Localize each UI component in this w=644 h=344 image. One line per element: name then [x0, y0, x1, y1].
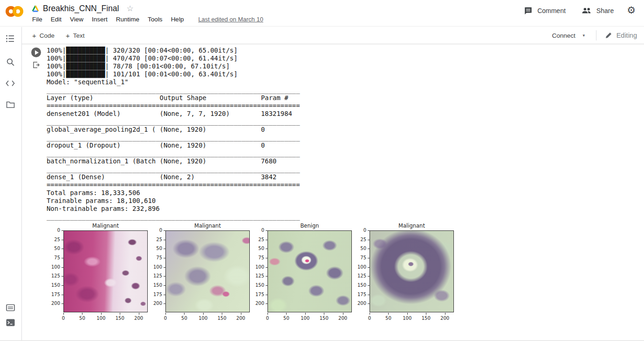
x-tick-label: 200	[336, 316, 350, 321]
x-tick-mark	[445, 313, 445, 315]
x-tick-mark	[82, 313, 82, 315]
y-tick-label: 25	[148, 237, 162, 242]
output-line: ________________________________________…	[47, 86, 300, 94]
y-tick-mark	[368, 267, 370, 268]
share-label: Share	[596, 7, 614, 14]
chevron-down-icon: ▼	[582, 34, 586, 38]
y-tick-label: 0	[352, 228, 366, 233]
y-tick-label: 175	[46, 292, 60, 297]
x-tick-mark	[184, 313, 185, 315]
y-tick-label: 150	[250, 283, 264, 288]
x-tick-mark	[203, 313, 204, 315]
y-tick-mark	[62, 285, 63, 286]
connect-button[interactable]: Connect ▼	[552, 32, 585, 39]
y-tick-label: 150	[148, 283, 162, 288]
y-tick-mark	[368, 276, 370, 277]
y-tick-label: 50	[250, 246, 264, 251]
plus-icon: +	[66, 32, 70, 40]
output-line: ________________________________________…	[47, 165, 300, 173]
y-tick-label: 100	[352, 264, 366, 270]
histology-image	[166, 231, 249, 312]
colab-logo-icon[interactable]	[6, 4, 26, 19]
output-line: ________________________________________…	[47, 149, 300, 157]
x-tick-label: 0	[363, 316, 377, 321]
notebook-title[interactable]: Breakhis_CNN_Final	[43, 4, 119, 13]
y-tick-mark	[164, 285, 165, 286]
share-button[interactable]: Share	[582, 7, 614, 14]
y-tick-mark	[62, 258, 63, 258]
y-tick-label: 175	[148, 292, 162, 297]
x-tick-label: 150	[113, 316, 127, 321]
figure-axes	[165, 230, 250, 312]
y-tick-mark	[62, 249, 63, 249]
notebook-toolbar: + Code + Text Connect ▼ Editing	[22, 27, 644, 44]
x-tick-label: 150	[317, 316, 331, 321]
comment-button[interactable]: Comment	[524, 7, 566, 15]
last-edited-link[interactable]: Last edited on March 10	[198, 16, 263, 23]
code-snippets-icon[interactable]	[4, 77, 16, 89]
executed-code-history-icon[interactable]	[4, 302, 16, 314]
star-icon[interactable]: ☆	[126, 4, 133, 13]
output-line: ________________________________________…	[47, 134, 300, 142]
menu-help[interactable]: Help	[167, 16, 188, 23]
y-tick-mark	[62, 295, 63, 295]
menu-edit[interactable]: Edit	[47, 16, 66, 23]
y-tick-label: 75	[46, 255, 60, 260]
menu-runtime[interactable]: Runtime	[112, 16, 144, 23]
figure-1: Malignant 025507510012515017520005010015…	[46, 223, 148, 326]
settings-gear-icon[interactable]: ⚙	[627, 6, 636, 15]
x-tick-mark	[370, 313, 370, 315]
add-text-button[interactable]: + Text	[60, 27, 90, 44]
x-tick-mark	[120, 313, 120, 315]
x-tick-mark	[241, 313, 241, 315]
y-tick-label: 175	[352, 292, 366, 297]
toolbar-divider	[596, 30, 596, 40]
run-cell-button[interactable]	[31, 47, 41, 57]
table-of-contents-icon[interactable]	[4, 33, 16, 45]
colab-window: Breakhis_CNN_Final ☆ File Edit View Inse…	[0, 0, 644, 344]
y-tick-label: 25	[46, 237, 60, 242]
y-tick-mark	[266, 285, 267, 286]
y-tick-mark	[164, 249, 165, 249]
terminal-icon[interactable]	[4, 317, 16, 329]
y-tick-label: 0	[148, 228, 162, 233]
output-actions-icon[interactable]	[32, 61, 40, 71]
y-tick-mark	[266, 230, 267, 231]
menu-tools[interactable]: Tools	[144, 16, 167, 23]
menu-file[interactable]: File	[28, 16, 47, 23]
cell-output-text: 100%|██████████| 320/320 [00:04<00:00, 6…	[47, 47, 300, 221]
menu-view[interactable]: View	[66, 16, 88, 23]
x-tick-mark	[324, 313, 324, 315]
comment-label: Comment	[537, 7, 566, 14]
figure-title: Malignant	[165, 223, 250, 229]
x-tick-label: 100	[400, 316, 414, 321]
y-tick-mark	[368, 304, 370, 304]
y-tick-mark	[164, 276, 165, 277]
add-code-button[interactable]: + Code	[27, 27, 60, 44]
y-tick-mark	[62, 276, 63, 277]
y-tick-mark	[164, 258, 165, 258]
pencil-icon	[605, 32, 612, 39]
y-tick-label: 175	[250, 292, 264, 297]
y-tick-mark	[368, 240, 370, 240]
editing-mode-button[interactable]: Editing	[605, 32, 637, 39]
search-icon[interactable]	[4, 56, 16, 68]
files-folder-icon[interactable]	[4, 99, 16, 111]
x-tick-label: 50	[381, 316, 395, 321]
menu-insert[interactable]: Insert	[88, 16, 112, 23]
left-sidebar	[0, 27, 22, 340]
output-line: Trainable params: 18,100,610	[47, 197, 300, 205]
y-tick-mark	[266, 240, 267, 240]
x-tick-label: 100	[94, 316, 108, 321]
y-tick-label: 200	[148, 301, 162, 306]
x-tick-mark	[63, 313, 64, 315]
x-tick-mark	[388, 313, 389, 315]
y-tick-label: 25	[250, 237, 264, 242]
figure-axes	[63, 230, 148, 312]
y-tick-label: 125	[46, 273, 60, 278]
y-tick-mark	[368, 285, 370, 286]
output-line: 100%|██████████| 78/78 [00:01<00:00, 67.…	[47, 62, 300, 70]
x-tick-label: 0	[260, 316, 274, 321]
output-line: batch_normalization_1 (Batch (None, 1920…	[47, 157, 300, 165]
x-tick-mark	[343, 313, 343, 315]
